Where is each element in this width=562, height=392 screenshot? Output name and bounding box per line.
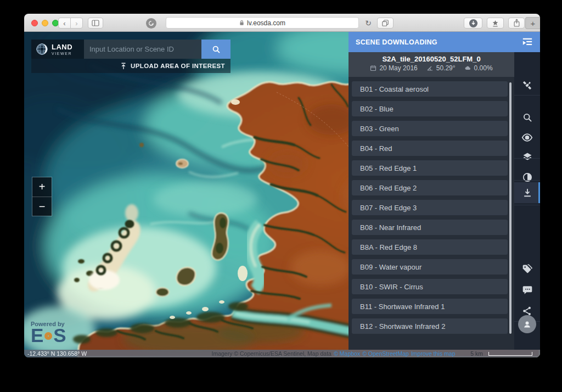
layers-icon — [522, 152, 533, 163]
logo-title: LAND — [52, 43, 72, 51]
eos-ring-icon — [44, 332, 52, 340]
account-button[interactable] — [518, 315, 536, 333]
feedback-button[interactable] — [514, 279, 540, 300]
location-search-input[interactable] — [84, 40, 201, 59]
back-button[interactable]: ‹ — [58, 18, 71, 29]
scene-name: S2A_tile_20160520_52LFM_0 — [349, 55, 514, 63]
search-icon — [522, 112, 533, 123]
band-item[interactable]: B02 - Blue — [352, 101, 508, 116]
sidebar-icon — [92, 20, 99, 26]
band-item[interactable]: B01 - Coastal aerosol — [352, 81, 508, 97]
eye-icon — [521, 132, 533, 143]
tag-icon — [522, 264, 533, 275]
scale-label: 5 km — [470, 350, 483, 357]
search-scenes-button[interactable] — [514, 107, 540, 128]
visualization-button[interactable] — [514, 127, 540, 148]
reload-button[interactable]: ↻ — [362, 18, 374, 29]
downloads-button[interactable] — [464, 18, 482, 29]
band-item[interactable]: B8A - Red Edge 8 — [352, 239, 508, 255]
person-icon — [522, 320, 532, 329]
band-item[interactable]: B04 - Red — [352, 141, 508, 156]
band-item[interactable]: B07 - Red Edge 3 — [352, 200, 508, 215]
close-window-button[interactable] — [31, 20, 38, 26]
mapbox-link[interactable]: © Mapbox — [334, 350, 360, 357]
calendar-icon — [370, 65, 376, 71]
right-toolbar — [514, 52, 540, 350]
scene-date: 20 May 2016 — [370, 64, 417, 72]
lock-icon — [239, 20, 244, 26]
tab-overview-button[interactable] — [377, 18, 394, 29]
sidebar-toggle-button[interactable] — [88, 18, 103, 29]
globe-icon — [35, 42, 49, 56]
band-item[interactable]: B09 - Water vapour — [352, 259, 508, 275]
zoom-out-button[interactable]: − — [32, 197, 52, 216]
openstreetmap-link[interactable]: © OpenStreetMap — [362, 350, 409, 357]
collapse-panel-icon — [521, 37, 533, 48]
page-content: LAND VIEWER UPLOAD AREA OF INTEREST + − … — [24, 32, 540, 357]
map-zoom-control: + − — [32, 177, 52, 216]
browser-window: ‹ › lv.eosda.com ↻ + — [24, 14, 540, 357]
share-icon — [522, 306, 532, 316]
star-icon — [491, 19, 499, 27]
landviewer-logo[interactable]: LAND VIEWER — [31, 40, 84, 59]
toolbar-divider — [514, 180, 540, 181]
url-text: lv.eosda.com — [247, 19, 285, 27]
landviewer-header: LAND VIEWER — [31, 40, 231, 59]
zoom-in-button[interactable]: + — [32, 177, 52, 197]
share-page-button[interactable] — [508, 18, 525, 29]
layers-button[interactable] — [514, 147, 540, 167]
download-circle-icon — [469, 19, 478, 28]
cursor-coordinates: -12.433° N 130.658° W — [27, 350, 87, 357]
comment-icon — [522, 284, 533, 295]
upload-aoi-label: UPLOAD AREA OF INTEREST — [131, 63, 225, 69]
eos-letter-e: E — [31, 327, 43, 344]
upload-aoi-button[interactable]: UPLOAD AREA OF INTEREST — [31, 59, 231, 73]
panel-title: SCENE DOWNLOADING — [356, 38, 437, 46]
band-item[interactable]: B11 - Shortwave Infrared 1 — [352, 299, 508, 314]
eos-watermark[interactable]: Powered by E S — [31, 321, 66, 344]
band-list: B01 - Coastal aerosolB02 - BlueB03 - Gre… — [352, 81, 508, 338]
address-bar[interactable]: lv.eosda.com — [166, 17, 359, 29]
angle-icon — [426, 65, 434, 71]
logo-subtitle: VIEWER — [52, 52, 72, 55]
browser-titlebar: ‹ › lv.eosda.com ↻ + — [24, 14, 540, 32]
upload-icon — [120, 63, 127, 70]
scale-bar — [488, 352, 532, 356]
cloud-icon — [464, 65, 471, 71]
toolbar-divider — [514, 158, 540, 159]
band-item[interactable]: B12 - Shortwave Infrared 2 — [352, 318, 508, 334]
minimize-window-button[interactable] — [42, 20, 48, 26]
scene-info: S2A_tile_20160520_52LFM_0 20 May 2016 50… — [349, 52, 514, 77]
new-tab-button[interactable]: + — [525, 17, 540, 29]
search-button[interactable] — [201, 40, 231, 59]
band-item[interactable]: B08 - Near Infrared — [352, 220, 508, 235]
band-item[interactable]: B06 - Red Edge 2 — [352, 180, 508, 195]
scene-downloading-panel: S2A_tile_20160520_52LFM_0 20 May 2016 50… — [349, 52, 514, 350]
forward-button[interactable]: › — [70, 18, 83, 29]
scene-cloudiness: 0.00% — [464, 64, 493, 72]
toolbar-divider — [514, 95, 540, 96]
band-item[interactable]: B03 - Green — [352, 121, 508, 136]
contrast-icon — [522, 172, 533, 183]
magnifier-icon — [211, 44, 221, 54]
scene-sun-elevation: 50.29° — [426, 64, 456, 72]
satellite-sensors-button[interactable] — [514, 75, 540, 96]
band-item[interactable]: B10 - SWIR - Cirrus — [352, 279, 508, 294]
satellite-icon — [521, 80, 533, 91]
favorites-button[interactable] — [487, 18, 504, 29]
download-button[interactable] — [514, 182, 540, 203]
band-item[interactable]: B05 - Red Edge 1 — [352, 160, 508, 176]
map-status-bar: -12.433° N 130.658° W Imagery © Copernic… — [24, 350, 540, 357]
map-attribution: Imagery © Copernicus/ESA Sentinel, Map d… — [211, 350, 331, 357]
eos-letter-s: S — [53, 327, 66, 344]
download-icon — [522, 187, 533, 198]
panel-scrollbar[interactable] — [509, 82, 512, 334]
scene-downloading-header: SCENE DOWNLOADING — [349, 32, 540, 52]
collapse-panel-button[interactable] — [520, 35, 535, 49]
extension-icon[interactable] — [146, 18, 156, 29]
tags-button[interactable] — [514, 259, 540, 279]
share-box-icon — [513, 19, 520, 27]
tabs-icon — [381, 19, 389, 27]
toolbar-divider — [514, 205, 540, 205]
improve-map-link[interactable]: Improve this map — [411, 350, 456, 357]
